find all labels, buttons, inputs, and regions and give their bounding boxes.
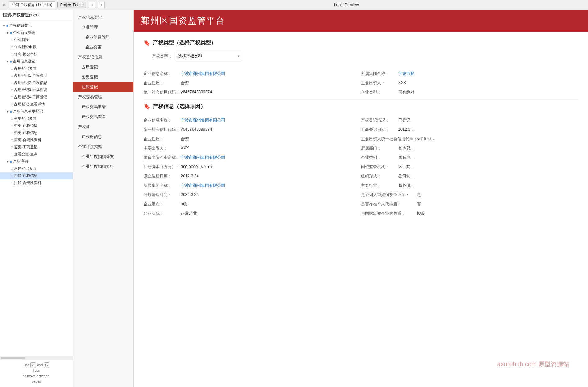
cx-label-qiye-leibie: 企业类别： xyxy=(361,155,398,160)
expand-arrow-zx: ▼ xyxy=(6,160,9,163)
page-icon-bgcq: □ xyxy=(11,124,13,127)
sidebar-label-zxgf: 注销-合规性资料 xyxy=(14,180,41,186)
cx-label-jingying-zhuangkuang: 经营状况： xyxy=(144,211,181,216)
mid-nav-chanquan-jiaoyichakan[interactable]: 产权交易查看 xyxy=(73,112,133,122)
sidebar-item-zhanyong4[interactable]: □ 占用登记4-工商登记 xyxy=(0,94,73,101)
sidebar-item-chakan-biangeng[interactable]: □ 查看变更-查询 xyxy=(0,151,73,158)
sidebar-item-bg-yemian[interactable]: □ 变更登记页面 xyxy=(0,115,73,122)
chanquan-leixing-select[interactable]: 选择产权类型 国有产权 集体产权 混合产权 xyxy=(175,52,243,60)
project-pages-button[interactable]: Project Pages xyxy=(57,2,86,8)
sidebar-label-chanquan: 产权信息登记 xyxy=(9,23,32,28)
sidebar-item-zhanyong-yemian[interactable]: □ 占用登记页面 xyxy=(0,65,73,72)
mid-nav-chanquan-shu[interactable]: 产权树 xyxy=(73,122,133,132)
sidebar-label-zyck: 占用登记-查看详情 xyxy=(14,102,45,107)
mid-nav-chanquan-dengji-xinxi[interactable]: 产权登记信息 xyxy=(73,52,133,62)
value-qiye-mingcheng: 宁波市鄞州集团有限公司 xyxy=(181,71,225,76)
sidebar-label-bgcq: 变更-产权类型 xyxy=(14,123,38,128)
folder-icon-zhanyong: ■ xyxy=(10,60,12,63)
mid-nav-juanzeng-zhixing[interactable]: 企业年度捐赠执行 xyxy=(73,162,133,172)
next-page-button[interactable]: › xyxy=(98,2,105,8)
sidebar-item-bg-gongshang[interactable]: □ 变更-工商登记 xyxy=(0,144,73,151)
info-cell-cx-shifou-geren: 是否存在个人代持股： 否 xyxy=(361,200,578,209)
sidebar-item-zhanyong1[interactable]: □ 占用登记1-产权类型 xyxy=(0,72,73,79)
h-scrollbar[interactable] xyxy=(0,356,73,360)
page-icon-zyck: □ xyxy=(11,103,13,106)
h-scrollbar-thumb xyxy=(1,357,25,359)
mid-nav-chanquan-shu-xinxi[interactable]: 产权树信息 xyxy=(73,132,133,142)
info-cell-cx-jihua-qingli: 计划清理时间： 2032.3.24 xyxy=(144,190,361,200)
sidebar-item-bg-xinxi[interactable]: □ 变更-产权信息 xyxy=(0,129,73,136)
sidebar-item-bg-chanquan[interactable]: □ 变更-产权类型 xyxy=(0,122,73,129)
page-tab-title[interactable]: 注销-产权信息 (17 of 35) xyxy=(9,1,55,8)
cx-value-qiye-mingcheng: 宁波市鄞州集团有限公司 xyxy=(181,117,225,123)
form-row-chanquan-leixing: 产权类型： 选择产权类型 国有产权 集体产权 混合产权 xyxy=(144,52,578,60)
mid-nav-biangeng-dengji[interactable]: 变更登记 xyxy=(73,72,133,82)
info-row-qiye-basic: 企业信息名称： 宁波市鄞州集团有限公司 所属集团全称： 宁波市鄞 企业性质： 合… xyxy=(144,69,578,100)
value-tongyi-xinyong: y6457643899374 xyxy=(181,90,212,94)
prev-page-button[interactable]: ‹ xyxy=(89,2,95,8)
page-icon-zyym: □ xyxy=(11,67,13,70)
cx-value-guozi-jianguan: 区、其... xyxy=(398,164,414,170)
cx-label-qiye-jici: 企业级次： xyxy=(144,201,181,207)
sidebar-item-biangeng[interactable]: ▼ ■ 产权信息变更登记 xyxy=(0,108,73,115)
sidebar-item-zhanyong-chakan[interactable]: □ 占用登记-查看详情 xyxy=(0,101,73,108)
label-qiye-mingcheng: 企业信息名称： xyxy=(144,71,181,76)
info-grid-chanquan-xinxi: 企业信息名称： 宁波市鄞州集团有限公司 产权登记情况： 已登记 统一社会信用代码… xyxy=(144,116,578,218)
mid-nav: 产权信息登记 企业管理 企业信息管理 企业变更 产权登记信息 占用登记 变更登记… xyxy=(73,10,134,387)
section-title-chanquan-xinxi: 🔖 产权信息（选择原因） xyxy=(144,103,578,110)
left-sidebar: 国资-产权管理(1)(3) ▼ ■ 产权信息登记 ▼ ■ 企业新设管理 □ 企业… xyxy=(0,10,73,387)
sidebar-item-zhanyong2[interactable]: □ 占用登记2-产权信息 xyxy=(0,79,73,86)
info-cell-cx-jingying-zhuangkuang: 经营状况： 正常营业 xyxy=(144,209,361,218)
cx-label-gongshang-riqi: 工商登记日期： xyxy=(361,127,398,132)
sidebar-label-zx: 产权注销 xyxy=(13,159,28,164)
sidebar-footer: Use ◁ and ▷ keys to move between pages xyxy=(0,360,73,387)
sidebar-item-zhuxiao[interactable]: ▼ ■ 产权注销 xyxy=(0,158,73,165)
mid-nav-zhuxiao-dengji[interactable]: 注销登记 xyxy=(73,82,133,92)
sidebar-item-bg-guifan[interactable]: □ 变更-合规性资料 xyxy=(0,136,73,144)
local-preview-label: Local Preview xyxy=(107,2,586,7)
sidebar-label-bgym: 变更登记页面 xyxy=(14,116,36,121)
sidebar-item-chanquan-dengji[interactable]: ▼ ■ 产权信息登记 xyxy=(0,22,73,29)
mid-nav-zhanyong-dengji[interactable]: 占用登记 xyxy=(73,62,133,72)
cx-label-sheli-riqi: 设立注册日期： xyxy=(144,173,181,179)
sidebar-label-xinsh: 企业新设管理 xyxy=(13,30,35,35)
mid-nav-juanzeng-beian[interactable]: 企业年度捐赠备案 xyxy=(73,152,133,162)
info-cell-cx-zhuyao-hangye: 主要行业： 商务服... xyxy=(361,181,578,190)
cx-label-suoshu-bumen: 所属部门： xyxy=(361,145,398,151)
cx-value-cq-dengji: 已登记 xyxy=(398,117,410,123)
sidebar-item-qiye-xinshenba[interactable]: □ 企业新设申报 xyxy=(0,44,73,51)
folder-icon-bg: ■ xyxy=(10,110,12,113)
sidebar-item-xinxi-tijiao[interactable]: □ 信息-提交审核 xyxy=(0,51,73,58)
info-cell-qiye-leixing: 企业类型： 国有绝对 xyxy=(361,88,578,97)
app-title: 鄞州区国资监管平台 xyxy=(141,15,581,27)
sidebar-item-qiye-xinsheguanli[interactable]: ▼ ■ 企业新设管理 xyxy=(0,29,73,36)
sidebar-item-zx-dengji-yemian[interactable]: □ 注销登记页面 xyxy=(0,165,73,172)
prev-key-badge: ◁ xyxy=(30,362,36,368)
mid-nav-qiye-xinxi-guanli[interactable]: 企业信息管理 xyxy=(73,32,133,42)
info-cell-cx-gongshang-riqi: 工商登记日期： 2012.3... xyxy=(361,125,578,134)
sidebar-item-zhanyong3[interactable]: □ 占用登记3-合规性资 xyxy=(0,86,73,94)
sidebar-item-zx-guifan[interactable]: □ 注销-合规性资料 xyxy=(0,179,73,187)
mid-nav-qiye-guanli[interactable]: 企业管理 xyxy=(73,22,133,32)
mid-nav-qiye-biangeng[interactable]: 企业变更 xyxy=(73,42,133,52)
info-cell-suoshu-jituan: 所属集团全称： 宁波市鄞 xyxy=(361,69,578,78)
mid-nav-chanquan-dengji[interactable]: 产权信息登记 xyxy=(73,12,133,22)
mid-nav-qiye-niandu-juanzeng[interactable]: 企业年度捐赠 xyxy=(73,142,133,152)
info-cell-cx-zhuyao-tongyi: 主要出资人统一社会信用代码： y64576... xyxy=(361,134,578,144)
mid-nav-chanquan-jiaoyishenqing[interactable]: 产权交易申请 xyxy=(73,102,133,112)
page-icon-bggs: □ xyxy=(11,145,13,149)
sidebar-item-zhanyong[interactable]: ▼ ■ 占用信息登记 xyxy=(0,58,73,65)
cx-value-suoshu-jituan: 宁波市鄞州集团有限公司 xyxy=(181,183,225,188)
section-title-text-xinxi: 产权信息（选择原因） xyxy=(153,103,206,110)
cx-label-zhuyao-chuziren: 主要出资人： xyxy=(144,145,181,151)
mid-nav-chanquan-jiaoyiguanli[interactable]: 产权交易管理 xyxy=(73,92,133,102)
sidebar-label-zxdjym: 注销登记页面 xyxy=(14,166,36,171)
info-cell-cx-tongyi-xinyong: 统一社会信用代码： y6457643899374 xyxy=(144,125,361,134)
sidebar-label-tijiao: 信息-提交审核 xyxy=(14,52,38,57)
sidebar-item-qiye-xinsh[interactable]: □ 企业新设 xyxy=(0,36,73,44)
sidebar-item-zx-chanquan[interactable]: □ 注销-产权信息 xyxy=(0,172,73,179)
cx-label-qiye-mingcheng: 企业信息名称： xyxy=(144,117,181,123)
page-icon-zy3: □ xyxy=(11,88,13,92)
cx-label-cq-dengji: 产权登记情况： xyxy=(361,117,398,123)
sidebar-label-qiyexinsh: 企业新设 xyxy=(14,37,29,43)
